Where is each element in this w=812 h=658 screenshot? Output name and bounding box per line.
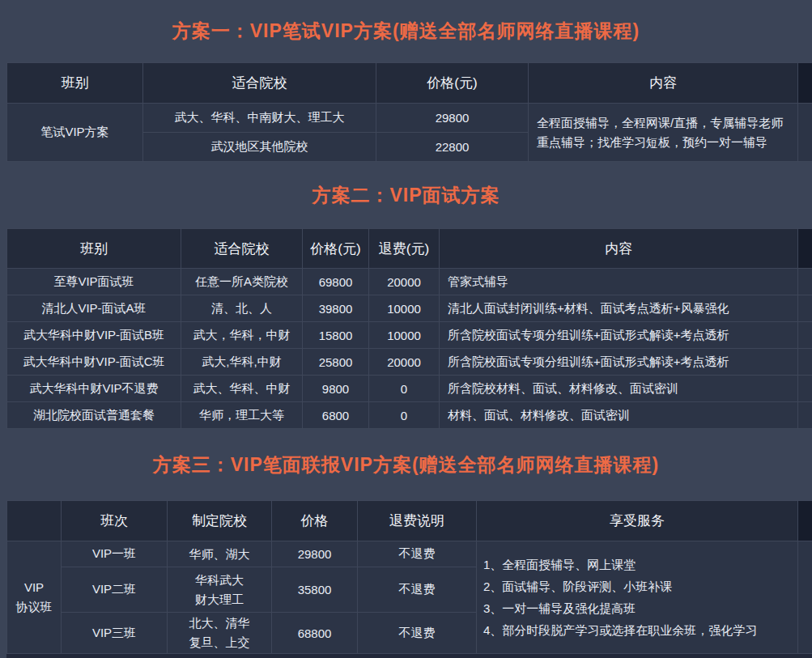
- table-row: 武大华科中财VIP不退费 武大、华科、中财 9800 0 所含院校材料、面试、材…: [7, 376, 812, 402]
- plan2-schools-cell: 清、北、人: [181, 295, 303, 322]
- plan3-title: 方案三：VIP笔面联报VIP方案(赠送全部名师网络直播课程): [0, 429, 812, 500]
- plan2-price-cell: 39800: [303, 295, 369, 322]
- plan3-corner-header: [7, 501, 62, 541]
- plan2-table-edge-cell: [798, 322, 812, 349]
- plan2-content-cell: 所含院校面试专项分组训练+面试形式解读+考点透析: [440, 349, 798, 376]
- plan2-refund-cell: 0: [369, 402, 440, 429]
- plan1-title: 方案一：VIP笔试VIP方案(赠送全部名师网络直播课程): [0, 0, 812, 62]
- plan2-class-name-cell: 清北人VIP-面试A班: [7, 295, 181, 322]
- plan2-class-name-cell: 武大华科中财VIP-面试B班: [7, 322, 181, 349]
- service-item: 2、面试辅导、阶段评测、小班补课: [483, 575, 791, 597]
- plan1-col-header-class: 班别: [7, 63, 143, 104]
- plan2-table-edge-cell: [798, 269, 812, 295]
- plan1-schools-cell: 武大、华科、中南财大、理工大: [143, 104, 376, 133]
- plan2-refund-cell: 20000: [369, 349, 440, 376]
- plan3-group-label: VIP 协议班: [7, 541, 62, 654]
- service-item: 4、部分时段脱产学习或选择在职业余班，强化学习: [483, 619, 791, 641]
- plan1-table-edge-cell: [798, 104, 812, 162]
- plan1-col-header-content: 内容: [529, 63, 798, 104]
- plan3-schools-cell: 华科武大 财大理工: [168, 567, 272, 613]
- service-item: 1、全程面授辅导、网上课堂: [483, 554, 791, 575]
- plan2-title: 方案二：VIP面试方案: [0, 162, 812, 228]
- plan2-table: 班别 适合院校 价格(元) 退费(元) 内容 至尊VIP面试班 任意一所A类院校…: [6, 228, 812, 429]
- plan1-col-header-schools: 适合院校: [143, 63, 376, 104]
- plan1-content-cell: 全程面授辅导，全程网课/直播，专属辅导老师重点辅导；找准学习短板，预约一对一辅导: [529, 104, 798, 162]
- plan2-price-cell: 9800: [303, 376, 369, 402]
- plan2-schools-cell: 任意一所A类院校: [181, 269, 303, 295]
- plan2-col-header-refund: 退费(元): [369, 229, 440, 269]
- plan2-price-cell: 15800: [303, 322, 369, 349]
- plan2-table-edge-cell: [798, 402, 812, 429]
- plan3-refund-cell: 不退费: [358, 567, 477, 613]
- plan3-col-header-services: 享受服务: [477, 501, 798, 541]
- plan1-class-name-cell: 笔试VIP方案: [7, 104, 143, 162]
- plan2-schools-cell: 华师，理工大等: [181, 402, 303, 429]
- plan2-refund-cell: 10000: [369, 295, 440, 322]
- table-row: 清北人VIP-面试A班 清、北、人 39800 10000 清北人面试封闭训练+…: [7, 295, 812, 322]
- plan2-schools-cell: 武大,华科,中财: [181, 349, 303, 376]
- plan2-price-cell: 25800: [303, 349, 369, 376]
- table-row: VIP 协议班 VIP一班 华师、湖大 29800 不退费 1、全程面授辅导、网…: [7, 541, 812, 567]
- plan2-refund-cell: 10000: [369, 322, 440, 349]
- plan1-schools-cell: 武汉地区其他院校: [143, 133, 376, 162]
- plan2-content-cell: 清北人面试封闭训练+材料、面试考点透析+风暴强化: [440, 295, 798, 322]
- plan3-price-cell: 29800: [272, 541, 358, 567]
- plan3-table-edge-cell: [798, 541, 812, 654]
- table-row: 至尊VIP面试班 任意一所A类院校 69800 20000 管家式辅导: [7, 269, 812, 295]
- table-row: 武大华科中财VIP-面试C班 武大,华科,中财 25800 20000 所含院校…: [7, 349, 812, 376]
- plan3-table: 班次 制定院校 价格 退费说明 享受服务 VIP 协议班 VIP一班 华师、湖大…: [6, 500, 812, 654]
- plan2-col-header-price: 价格(元): [303, 229, 369, 269]
- plan1-price-cell: 22800: [376, 133, 529, 162]
- plan3-refund-cell: 不退费: [358, 541, 477, 567]
- plan3-class-name-cell: VIP三班: [62, 613, 168, 654]
- plan2-class-name-cell: 武大华科中财VIP不退费: [7, 376, 181, 402]
- table-row: 武大华科中财VIP-面试B班 武大，华科，中财 15800 10000 所含院校…: [7, 322, 812, 349]
- plan1-table-edge-header: [798, 63, 812, 104]
- plan2-class-name-cell: 至尊VIP面试班: [7, 269, 181, 295]
- plan1-price-cell: 29800: [376, 104, 529, 133]
- plan2-class-name-cell: 湖北院校面试普通套餐: [7, 402, 181, 429]
- plan2-col-header-schools: 适合院校: [181, 229, 303, 269]
- plan3-schools-cell: 北大、清华 复旦、上交: [168, 613, 272, 654]
- plan2-content-cell: 所含院校材料、面试、材料修改、面试密训: [440, 376, 798, 402]
- plan3-col-header-schools: 制定院校: [168, 501, 272, 541]
- plan2-col-header-class: 班别: [7, 229, 181, 269]
- plan2-table-edge-cell: [798, 349, 812, 376]
- plan3-table-edge-header: [798, 501, 812, 541]
- plan3-services-cell: 1、全程面授辅导、网上课堂 2、面试辅导、阶段评测、小班补课 3、一对一辅导及强…: [477, 541, 798, 654]
- plan3-class-name-cell: VIP一班: [62, 541, 168, 567]
- plan1-table: 班别 适合院校 价格(元) 内容 笔试VIP方案 武大、华科、中南财大、理工大 …: [6, 62, 812, 162]
- plan3-price-cell: 35800: [272, 567, 358, 613]
- plan2-schools-cell: 武大，华科，中财: [181, 322, 303, 349]
- plan3-refund-cell: 不退费: [358, 613, 477, 654]
- plan2-refund-cell: 20000: [369, 269, 440, 295]
- plan2-class-name-cell: 武大华科中财VIP-面试C班: [7, 349, 181, 376]
- service-item: 3、一对一辅导及强化提高班: [483, 597, 791, 619]
- plan3-schools-cell: 华师、湖大: [168, 541, 272, 567]
- plan2-table-edge-cell: [798, 376, 812, 402]
- plan2-content-cell: 管家式辅导: [440, 269, 798, 295]
- plan2-refund-cell: 0: [369, 376, 440, 402]
- plan3-col-header-class: 班次: [62, 501, 168, 541]
- plan3-price-cell: 68800: [272, 613, 358, 654]
- plan3-col-header-refund: 退费说明: [358, 501, 477, 541]
- plan1-col-header-price: 价格(元): [376, 63, 529, 104]
- table-bottom-edge: [6, 654, 812, 658]
- plan3-col-header-price: 价格: [272, 501, 358, 541]
- plan2-col-header-content: 内容: [440, 229, 798, 269]
- plan2-schools-cell: 武大、华科、中财: [181, 376, 303, 402]
- plan2-price-cell: 69800: [303, 269, 369, 295]
- plan2-table-edge-header: [798, 229, 812, 269]
- plan3-class-name-cell: VIP二班: [62, 567, 168, 613]
- table-row: 湖北院校面试普通套餐 华师，理工大等 6800 0 材料、面试、材料修改、面试密…: [7, 402, 812, 429]
- plan2-content-cell: 所含院校面试专项分组训练+面试形式解读+考点透析: [440, 322, 798, 349]
- plan2-price-cell: 6800: [303, 402, 369, 429]
- plan2-content-cell: 材料、面试、材料修改、面试密训: [440, 402, 798, 429]
- plan2-table-edge-cell: [798, 295, 812, 322]
